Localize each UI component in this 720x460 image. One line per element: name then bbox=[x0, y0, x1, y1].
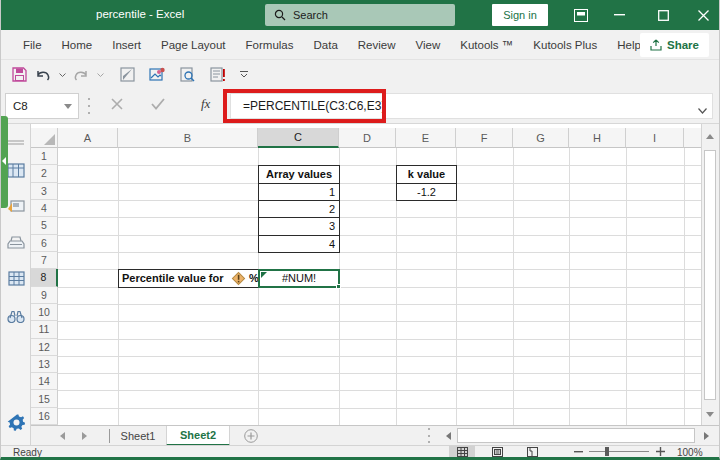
cell-e3[interactable]: -1.2 bbox=[396, 183, 457, 201]
zoom-level-label[interactable]: 100% bbox=[677, 447, 703, 458]
cell-e2[interactable]: k value bbox=[396, 165, 457, 183]
draw-tool-button[interactable] bbox=[117, 65, 137, 85]
enter-button[interactable] bbox=[151, 96, 165, 114]
row-header-3[interactable]: 3 bbox=[31, 183, 58, 200]
zoom-out-button[interactable] bbox=[571, 446, 585, 457]
cell-c5[interactable]: 3 bbox=[258, 217, 340, 235]
redo-dropdown-chevron[interactable] bbox=[95, 65, 105, 85]
scroll-left-button[interactable] bbox=[439, 426, 457, 446]
next-sheet-button[interactable] bbox=[75, 426, 93, 446]
formula-input[interactable]: =PERCENTILE(C3:C6,E3) bbox=[230, 93, 713, 119]
ribbon-tab-data[interactable]: Data bbox=[304, 30, 348, 60]
ribbon-tab-home[interactable]: Home bbox=[52, 30, 103, 60]
ribbon-tab-formulas[interactable]: Formulas bbox=[236, 30, 304, 60]
row-header-10[interactable]: 10 bbox=[31, 304, 58, 321]
cell-c8[interactable]: #NUM! bbox=[258, 269, 340, 287]
ribbon-tab-kutools-plus[interactable]: Kutools Plus bbox=[523, 30, 607, 60]
settings-gear-icon[interactable] bbox=[6, 412, 26, 432]
share-button[interactable]: Share bbox=[640, 33, 709, 57]
row-header-5[interactable]: 5 bbox=[31, 217, 58, 234]
row-header-7[interactable]: 7 bbox=[31, 252, 58, 269]
binoculars-icon[interactable] bbox=[6, 306, 26, 326]
pane-collapse-toggle[interactable] bbox=[1, 116, 8, 208]
sign-in-button[interactable]: Sign in bbox=[492, 4, 548, 26]
row-header-8[interactable]: 8 bbox=[31, 269, 58, 286]
zoom-slider-track[interactable] bbox=[589, 451, 649, 452]
column-header-e[interactable]: E bbox=[396, 128, 456, 148]
column-header-f[interactable]: F bbox=[456, 128, 513, 148]
cell-c4[interactable]: 2 bbox=[258, 200, 340, 218]
horizontal-scrollbar[interactable] bbox=[439, 426, 714, 446]
previous-sheet-button[interactable] bbox=[53, 426, 71, 446]
row-header-2[interactable]: 2 bbox=[31, 165, 58, 182]
row-header-14[interactable]: 14 bbox=[31, 373, 58, 390]
proofing-button[interactable] bbox=[207, 65, 227, 85]
undo-button[interactable] bbox=[33, 65, 53, 85]
column-header-c[interactable]: C bbox=[258, 128, 339, 148]
sheet-tab-sheet1[interactable]: Sheet1 bbox=[110, 426, 166, 446]
ribbon-tab-view[interactable]: View bbox=[406, 30, 451, 60]
row-header-16[interactable]: 16 bbox=[31, 408, 58, 425]
maximize-button[interactable] bbox=[646, 0, 680, 30]
undo-dropdown-chevron[interactable] bbox=[57, 65, 67, 85]
cell-c6[interactable]: 4 bbox=[258, 235, 340, 253]
expand-formula-bar-button[interactable] bbox=[698, 100, 707, 118]
columns-icon[interactable] bbox=[6, 268, 26, 288]
page-break-preview-button[interactable] bbox=[519, 446, 545, 457]
name-box[interactable]: C8 bbox=[5, 93, 79, 119]
ribbon-tab-insert[interactable]: Insert bbox=[102, 30, 151, 60]
close-button[interactable] bbox=[686, 0, 720, 30]
vertical-scroll-thumb[interactable] bbox=[704, 150, 716, 400]
select-all-corner[interactable] bbox=[31, 128, 58, 148]
cell-c2[interactable]: Array values bbox=[258, 165, 340, 183]
column-header-b[interactable]: B bbox=[118, 128, 258, 148]
scroll-right-button[interactable] bbox=[697, 426, 715, 446]
worksheet-nav-icon[interactable] bbox=[6, 196, 26, 216]
row-header-15[interactable]: 15 bbox=[31, 390, 58, 407]
ribbon-tab-file[interactable]: File bbox=[13, 30, 52, 60]
redo-button[interactable] bbox=[71, 65, 91, 85]
tabbar-separator-dots[interactable] bbox=[427, 428, 430, 443]
ribbon-tab-page-layout[interactable]: Page Layout bbox=[151, 30, 236, 60]
spreadsheet-grid[interactable]: % ABCDEFGHI12345678910111213141516Array … bbox=[31, 124, 701, 445]
row-header-4[interactable]: 4 bbox=[31, 200, 58, 217]
minimize-button[interactable] bbox=[602, 0, 636, 30]
new-sheet-button[interactable] bbox=[243, 428, 259, 444]
row-header-9[interactable]: 9 bbox=[31, 287, 58, 304]
search-input[interactable]: Search bbox=[265, 4, 455, 26]
cell-c3[interactable]: 1 bbox=[258, 183, 340, 201]
ribbon-display-options-button[interactable] bbox=[564, 0, 598, 30]
column-header-a[interactable]: A bbox=[58, 128, 118, 148]
drag-handle-icon[interactable] bbox=[6, 132, 26, 152]
workbook-grid-icon[interactable] bbox=[6, 160, 26, 180]
row-header-12[interactable]: 12 bbox=[31, 339, 58, 356]
insert-function-button[interactable]: fx bbox=[201, 96, 210, 112]
scroll-up-button[interactable] bbox=[702, 126, 718, 146]
insert-picture-button[interactable] bbox=[147, 65, 167, 85]
column-header-i[interactable]: I bbox=[626, 128, 684, 148]
column-header-g[interactable]: G bbox=[513, 128, 569, 148]
row-header-1[interactable]: 1 bbox=[31, 148, 58, 165]
save-button[interactable] bbox=[9, 65, 29, 85]
row-header-6[interactable]: 6 bbox=[31, 235, 58, 252]
print-preview-button[interactable] bbox=[177, 65, 197, 85]
cancel-button[interactable] bbox=[111, 96, 123, 114]
zoom-in-button[interactable] bbox=[653, 446, 667, 457]
normal-view-button[interactable] bbox=[449, 446, 475, 457]
printer-icon[interactable] bbox=[6, 232, 26, 252]
column-header-h[interactable]: H bbox=[569, 128, 626, 148]
ribbon-tab-review[interactable]: Review bbox=[348, 30, 406, 60]
column-header-d[interactable]: D bbox=[339, 128, 396, 148]
row-header-13[interactable]: 13 bbox=[31, 356, 58, 373]
customize-toolbar-chevron[interactable] bbox=[239, 65, 249, 85]
vertical-scrollbar[interactable] bbox=[701, 124, 717, 425]
fill-handle[interactable] bbox=[336, 284, 341, 289]
scroll-down-button[interactable] bbox=[702, 404, 718, 424]
error-checking-warning-icon[interactable] bbox=[231, 271, 246, 286]
row-header-11[interactable]: 11 bbox=[31, 321, 58, 338]
zoom-slider-thumb[interactable] bbox=[605, 447, 609, 456]
ribbon-tab-kutools[interactable]: Kutools ™ bbox=[450, 30, 523, 60]
horizontal-scroll-thumb[interactable] bbox=[457, 428, 695, 443]
sheet-tab-sheet2[interactable]: Sheet2 bbox=[166, 426, 230, 446]
page-layout-view-button[interactable] bbox=[484, 446, 510, 457]
